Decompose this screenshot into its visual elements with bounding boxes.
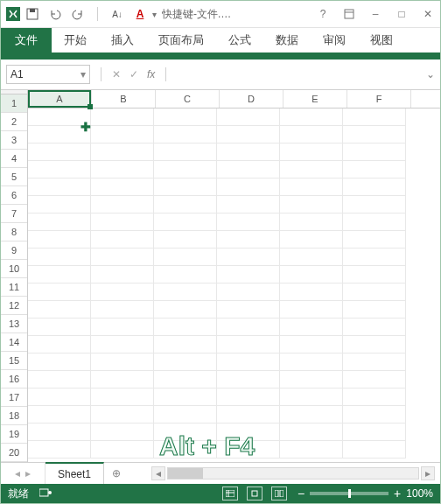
row-header[interactable]: 1	[1, 94, 27, 113]
cell[interactable]	[217, 284, 280, 301]
cell[interactable]	[91, 336, 154, 354]
row-header[interactable]: 7	[1, 205, 27, 223]
cell[interactable]	[154, 406, 217, 424]
chevron-down-icon[interactable]: ▾	[80, 68, 86, 80]
tab-formula[interactable]: 公式	[216, 28, 263, 52]
cell[interactable]	[91, 441, 154, 458]
fx-icon[interactable]: fx	[147, 68, 155, 80]
cell[interactable]	[217, 108, 280, 126]
cell[interactable]	[28, 196, 91, 214]
cell[interactable]	[28, 231, 91, 248]
tab-home[interactable]: 开始	[52, 28, 99, 52]
cell[interactable]	[280, 108, 343, 126]
cell[interactable]	[217, 406, 280, 424]
formula-input[interactable]	[177, 66, 419, 83]
expand-formula-bar-icon[interactable]: ⌄	[426, 68, 435, 80]
cell[interactable]	[280, 196, 343, 214]
cell[interactable]	[280, 144, 343, 161]
cell[interactable]	[280, 318, 343, 336]
cell[interactable]	[91, 144, 154, 161]
cell[interactable]	[217, 231, 280, 248]
cell[interactable]	[280, 388, 343, 406]
column-header[interactable]: C	[156, 90, 220, 108]
row-header[interactable]: 4	[1, 150, 27, 168]
row-header[interactable]: 5	[1, 168, 27, 186]
normal-view-icon[interactable]	[222, 486, 238, 500]
cell[interactable]	[343, 371, 406, 388]
cell[interactable]	[91, 214, 154, 231]
cell[interactable]	[28, 388, 91, 406]
cell[interactable]	[343, 301, 406, 318]
cell[interactable]	[280, 126, 343, 144]
cells[interactable]	[28, 108, 440, 458]
column-header[interactable]: F	[347, 90, 411, 108]
cell[interactable]	[154, 214, 217, 231]
row-header[interactable]: 8	[1, 223, 27, 242]
qat-dropdown-icon[interactable]: ▾	[152, 10, 157, 19]
row-header[interactable]: 3	[1, 131, 27, 150]
cell[interactable]	[28, 266, 91, 284]
cell[interactable]	[28, 161, 91, 178]
cell[interactable]	[28, 424, 91, 441]
cell[interactable]	[280, 441, 343, 458]
cell[interactable]	[280, 336, 343, 354]
confirm-icon[interactable]: ✓	[130, 68, 138, 80]
fill-handle[interactable]	[88, 104, 93, 109]
add-sheet-button[interactable]: ⊕	[104, 467, 129, 480]
cell[interactable]	[91, 354, 154, 371]
tab-review[interactable]: 审阅	[311, 28, 358, 52]
cell[interactable]	[280, 406, 343, 424]
cell[interactable]	[91, 318, 154, 336]
cell[interactable]	[28, 178, 91, 196]
cell[interactable]	[280, 354, 343, 371]
cell[interactable]	[280, 301, 343, 318]
cell[interactable]	[280, 371, 343, 388]
cell[interactable]	[343, 178, 406, 196]
cell[interactable]	[217, 301, 280, 318]
cell[interactable]	[28, 336, 91, 354]
cell[interactable]	[217, 388, 280, 406]
undo-icon[interactable]	[48, 7, 62, 21]
cell[interactable]	[343, 388, 406, 406]
zoom-slider[interactable]	[310, 492, 388, 495]
ribbon-options-icon[interactable]	[342, 7, 356, 21]
cell[interactable]	[280, 161, 343, 178]
cell[interactable]	[28, 354, 91, 371]
cell[interactable]	[28, 214, 91, 231]
sheet-tab[interactable]: Sheet1	[46, 462, 104, 485]
cell[interactable]	[343, 441, 406, 458]
row-header[interactable]: 15	[1, 352, 27, 370]
cell[interactable]	[343, 424, 406, 441]
maximize-button[interactable]: □	[395, 7, 409, 21]
cell[interactable]	[28, 284, 91, 301]
cell[interactable]	[280, 248, 343, 266]
cell[interactable]	[217, 354, 280, 371]
cell[interactable]	[217, 214, 280, 231]
cell[interactable]	[154, 196, 217, 214]
cell[interactable]	[280, 424, 343, 441]
cell[interactable]	[217, 371, 280, 388]
file-tab[interactable]: 文件	[1, 28, 52, 52]
page-break-view-icon[interactable]	[271, 486, 287, 500]
cell[interactable]	[28, 371, 91, 388]
cell[interactable]	[28, 248, 91, 266]
cell[interactable]	[154, 284, 217, 301]
cell[interactable]	[343, 266, 406, 284]
cell[interactable]	[154, 126, 217, 144]
page-layout-view-icon[interactable]	[247, 486, 262, 500]
column-header[interactable]: A	[28, 90, 92, 108]
cell[interactable]	[91, 161, 154, 178]
cell[interactable]	[280, 231, 343, 248]
macro-record-icon[interactable]	[39, 487, 52, 500]
column-header[interactable]: B	[92, 90, 156, 108]
cell[interactable]	[217, 336, 280, 354]
cell[interactable]	[217, 126, 280, 144]
column-header[interactable]: D	[220, 90, 284, 108]
cell[interactable]	[154, 424, 217, 441]
cell[interactable]	[343, 284, 406, 301]
row-header[interactable]: 16	[1, 370, 27, 388]
tab-layout[interactable]: 页面布局	[146, 28, 216, 52]
scroll-thumb[interactable]	[168, 468, 203, 479]
sort-icon[interactable]: A↓	[110, 7, 124, 21]
cell[interactable]	[28, 318, 91, 336]
